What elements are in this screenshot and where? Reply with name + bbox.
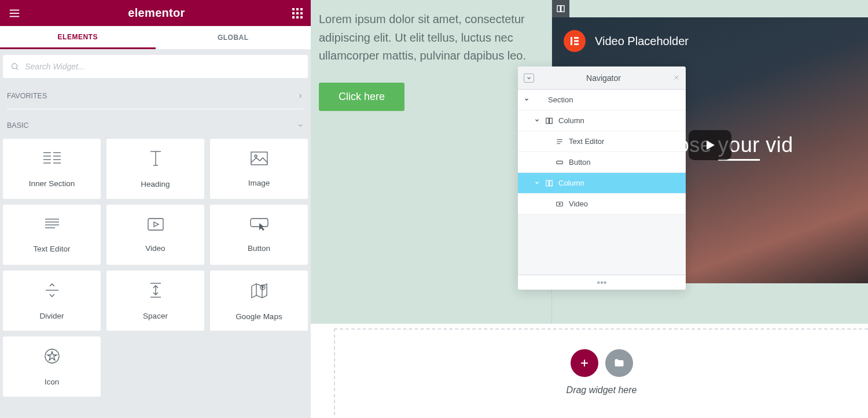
widget-icon bbox=[250, 281, 269, 302]
svg-rect-10 bbox=[296, 16, 299, 19]
chevron-down-icon bbox=[524, 95, 529, 104]
search-icon bbox=[10, 62, 19, 71]
widget-label: Text Editor bbox=[34, 245, 71, 253]
svg-rect-61 bbox=[546, 180, 549, 186]
navigator-item-label: Video bbox=[569, 199, 588, 208]
widget-label: Icon bbox=[45, 378, 60, 386]
chevron-right-icon bbox=[297, 93, 304, 99]
element-type-icon bbox=[555, 200, 564, 208]
search-widget[interactable] bbox=[3, 55, 308, 78]
template-library-button[interactable] bbox=[605, 349, 633, 377]
apps-icon[interactable] bbox=[292, 8, 303, 19]
element-type-icon bbox=[555, 158, 564, 167]
panel-header: elementor bbox=[0, 0, 311, 26]
tab-elements[interactable]: ELEMENTS bbox=[0, 26, 156, 49]
menu-icon[interactable] bbox=[8, 7, 21, 20]
navigator-item-label: Section bbox=[548, 95, 573, 104]
widget-button[interactable]: Button bbox=[210, 205, 308, 265]
navigator-header[interactable]: Navigator bbox=[518, 66, 686, 90]
element-type-icon bbox=[545, 117, 554, 125]
navigator-item-label: Text Editor bbox=[569, 137, 604, 146]
close-icon[interactable] bbox=[673, 73, 680, 83]
svg-marker-43 bbox=[47, 352, 57, 360]
widget-icon bbox=[148, 282, 163, 301]
widget-heading[interactable]: Heading bbox=[106, 139, 204, 199]
widget-video[interactable]: Video bbox=[106, 205, 204, 265]
chevron-down-icon bbox=[534, 116, 540, 125]
navigator-toggle-icon[interactable] bbox=[524, 73, 534, 83]
widget-icon bbox=[147, 217, 164, 234]
navigator-item-video[interactable]: Video bbox=[518, 194, 686, 214]
navigator-item-label: Column bbox=[558, 179, 584, 187]
svg-rect-45 bbox=[561, 6, 564, 12]
widget-icon bbox=[249, 217, 269, 234]
category-favorites[interactable]: FAVORITES bbox=[7, 88, 304, 110]
svg-rect-47 bbox=[574, 37, 579, 39]
chevron-down-icon bbox=[297, 122, 304, 129]
widget-icon bbox=[250, 151, 269, 168]
navigator-resize-handle[interactable]: ••• bbox=[518, 275, 686, 290]
widget-label: Inner Section bbox=[29, 179, 75, 188]
svg-rect-3 bbox=[292, 8, 295, 10]
navigator-item-button[interactable]: Button bbox=[518, 152, 686, 173]
navigator-item-text-editor[interactable]: Text Editor bbox=[518, 131, 686, 152]
play-icon[interactable] bbox=[689, 130, 731, 160]
svg-rect-8 bbox=[300, 12, 303, 14]
svg-rect-56 bbox=[550, 118, 553, 123]
svg-point-41 bbox=[262, 287, 263, 288]
text-editor-content[interactable]: Lorem ipsum dolor sit amet, consectetur … bbox=[319, 10, 539, 65]
svg-rect-31 bbox=[148, 219, 163, 230]
navigator-item-label: Column bbox=[558, 116, 584, 125]
navigator-item-column[interactable]: Column bbox=[518, 173, 686, 194]
widget-label: Spacer bbox=[143, 312, 168, 320]
widget-label: Google Maps bbox=[236, 312, 282, 321]
svg-line-13 bbox=[16, 68, 18, 70]
drop-zone[interactable]: Drag widget here bbox=[334, 328, 868, 415]
category-favorites-label: FAVORITES bbox=[7, 92, 47, 100]
column-handle-icon[interactable] bbox=[552, 0, 569, 17]
svg-rect-46 bbox=[571, 37, 572, 45]
widget-icon bbox=[42, 150, 62, 169]
column-text[interactable]: Lorem ipsum dolor sit amet, consectetur … bbox=[319, 10, 539, 111]
svg-rect-5 bbox=[300, 8, 303, 10]
widget-image[interactable]: Image bbox=[210, 139, 308, 199]
widget-icon bbox=[43, 347, 61, 367]
video-title: Video Placeholder bbox=[595, 35, 689, 48]
svg-marker-64 bbox=[559, 203, 560, 204]
widget-inner-section[interactable]: Inner Section bbox=[3, 139, 101, 199]
search-input[interactable] bbox=[24, 61, 300, 72]
navigator-panel[interactable]: Navigator SectionColumnText EditorButton… bbox=[518, 66, 686, 290]
svg-rect-25 bbox=[251, 152, 267, 165]
widget-label: Image bbox=[248, 179, 270, 187]
svg-rect-55 bbox=[546, 118, 549, 123]
widget-text-editor[interactable]: Text Editor bbox=[3, 205, 101, 265]
navigator-title: Navigator bbox=[586, 73, 621, 83]
widget-label: Video bbox=[145, 244, 165, 253]
svg-rect-6 bbox=[292, 12, 295, 14]
drop-zone-label: Drag widget here bbox=[567, 385, 637, 395]
element-type-icon bbox=[555, 138, 564, 146]
svg-rect-62 bbox=[550, 180, 553, 186]
svg-marker-50 bbox=[707, 140, 715, 150]
widget-icon[interactable]: Icon bbox=[3, 336, 101, 397]
widget-google-maps[interactable]: Google Maps bbox=[210, 271, 308, 331]
svg-rect-49 bbox=[574, 43, 579, 45]
navigator-item-column[interactable]: Column bbox=[518, 110, 686, 131]
widget-label: Heading bbox=[141, 180, 170, 188]
widget-icon bbox=[43, 282, 61, 301]
widget-label: Button bbox=[248, 244, 270, 253]
click-here-button[interactable]: Click here bbox=[319, 83, 404, 111]
navigator-item-section[interactable]: Section bbox=[518, 90, 686, 110]
tab-global[interactable]: GLOBAL bbox=[156, 26, 311, 49]
add-section-button[interactable] bbox=[571, 349, 598, 377]
widget-label: Divider bbox=[39, 312, 64, 320]
navigator-item-label: Button bbox=[569, 158, 591, 167]
elementor-logo-icon bbox=[564, 30, 586, 52]
widget-divider[interactable]: Divider bbox=[3, 271, 101, 331]
brand-title: elementor bbox=[128, 6, 185, 20]
panel-tabs: ELEMENTS GLOBAL bbox=[0, 26, 311, 49]
svg-rect-4 bbox=[296, 8, 299, 10]
category-basic[interactable]: BASIC bbox=[7, 118, 304, 133]
svg-marker-32 bbox=[154, 222, 159, 227]
widget-spacer[interactable]: Spacer bbox=[106, 271, 204, 331]
